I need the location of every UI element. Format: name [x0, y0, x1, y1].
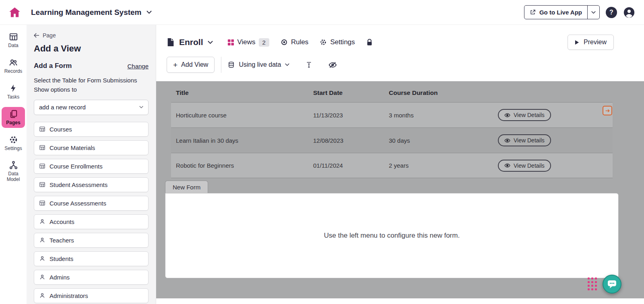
add-view-button[interactable]: + Add View	[167, 57, 215, 73]
app-switcher[interactable]: Learning Management System	[31, 8, 152, 17]
home-button[interactable]	[9, 7, 21, 18]
table-option-accounts[interactable]: Accounts	[34, 214, 149, 229]
builder-nav-rail: Data Records Tasks Pages Settings Data M…	[0, 25, 27, 304]
page-toolbar: Enroll Views 2 Rules Settings	[156, 25, 644, 81]
sidebar-item-records[interactable]: Records	[2, 55, 25, 76]
helper-line-2: Show options to	[34, 85, 149, 94]
page-name: Enroll	[179, 37, 203, 47]
toolbar-divider	[221, 57, 221, 73]
change-link[interactable]: Change	[127, 63, 149, 70]
tab-views[interactable]: Views 2	[227, 38, 269, 47]
go-to-live-app-button[interactable]: Go to Live App	[524, 5, 600, 19]
table-option-label: Accounts	[50, 218, 74, 225]
add-view-sidebar: Page Add a View Add a Form Change Select…	[27, 25, 156, 304]
plus-icon: +	[173, 61, 178, 69]
back-arrow-icon	[34, 33, 39, 38]
table-option-administrators[interactable]: Administrators	[34, 288, 149, 303]
tab-rules[interactable]: Rules	[281, 38, 308, 46]
cell-start-date: 12/08/2023	[313, 137, 389, 144]
table-option-label: Course Assessments	[50, 200, 106, 207]
help-button[interactable]: ?	[606, 7, 617, 18]
text-cursor-tool[interactable]	[305, 61, 312, 69]
caret-down-icon	[139, 106, 143, 109]
rail-label: Settings	[4, 146, 22, 152]
cell-duration: 2 years	[389, 162, 498, 169]
view-details-label: View Details	[514, 112, 545, 118]
back-to-page-link[interactable]: Page	[34, 32, 149, 39]
record-option-value: add a new record	[39, 104, 86, 111]
sidebar-item-settings[interactable]: Settings	[2, 133, 25, 154]
table-option-course-materials[interactable]: Course Materials	[34, 140, 149, 155]
caret-down-icon	[591, 11, 596, 14]
live-data-icon	[228, 61, 235, 68]
table-option-course-enrollments[interactable]: Course Enrollments	[34, 159, 149, 174]
table-row[interactable]: Robotic for Beginners 01/11/2024 2 years…	[171, 153, 613, 178]
rules-icon	[281, 39, 288, 46]
settings-gear-icon	[320, 39, 327, 46]
open-record-arrow[interactable]	[603, 106, 612, 115]
view-details-button[interactable]: View Details	[498, 160, 551, 172]
table-option-label: Courses	[50, 126, 72, 133]
table-row[interactable]: Learn Italian in 30 days 12/08/2023 30 d…	[171, 127, 613, 153]
table-option-label: Course Enrollments	[50, 163, 103, 170]
column-header-course-duration: Course Duration	[389, 89, 498, 97]
new-form-tab[interactable]: New Form	[165, 181, 208, 193]
user-avatar-icon	[623, 6, 635, 18]
preview-button[interactable]: Preview	[568, 35, 614, 50]
pages-icon	[9, 109, 18, 119]
app-title: Learning Management System	[31, 8, 142, 17]
table-icon	[39, 126, 45, 132]
person-icon	[39, 255, 45, 262]
table-option-students[interactable]: Students	[34, 251, 149, 266]
add-form-heading: Add a Form	[34, 62, 72, 70]
view-details-label: View Details	[514, 137, 545, 144]
courses-grid-view: Title Start Date Course Duration Horticu…	[171, 84, 613, 178]
view-details-button[interactable]: View Details	[498, 134, 551, 146]
page-chevron-icon[interactable]	[208, 41, 213, 44]
view-details-label: View Details	[514, 162, 545, 169]
chat-launcher-button[interactable]	[603, 275, 621, 294]
view-details-button[interactable]: View Details	[498, 109, 551, 121]
table-option-label: Teachers	[50, 237, 74, 244]
table-option-label: Course Materials	[50, 144, 95, 151]
live-app-dropdown-toggle[interactable]	[587, 6, 599, 19]
page-permissions-lock[interactable]	[366, 39, 373, 46]
table-option-courses[interactable]: Courses	[34, 122, 149, 137]
play-icon	[575, 40, 579, 45]
new-form-section: New Form Use the left menu to configure …	[165, 181, 619, 278]
tab-settings[interactable]: Settings	[320, 38, 355, 46]
rail-label: Records	[4, 69, 23, 74]
caret-down-icon	[285, 63, 289, 66]
table-option-teachers[interactable]: Teachers	[34, 233, 149, 248]
views-count-badge: 2	[259, 38, 269, 47]
using-live-data-label: Using live data	[239, 61, 281, 68]
record-option-select[interactable]: add a new record	[34, 100, 149, 115]
data-model-icon	[9, 160, 18, 170]
person-icon	[39, 237, 45, 243]
table-row[interactable]: Horticulture course 11/13/2023 3 months …	[171, 102, 613, 127]
sidebar-item-data-model[interactable]: Data Model	[2, 158, 25, 185]
table-option-student-assessments[interactable]: Student Assessments	[34, 177, 149, 192]
person-icon	[39, 218, 45, 225]
sidebar-item-tasks[interactable]: Tasks	[2, 81, 25, 102]
sidebar-item-data[interactable]: Data	[2, 30, 25, 51]
go-to-live-app-label: Go to Live App	[539, 9, 582, 16]
home-icon	[9, 7, 21, 18]
table-option-label: Student Assessments	[50, 181, 107, 188]
form-helper-text: Select the Table for Form Submissions Sh…	[34, 76, 149, 94]
new-form-message: Use the left menu to configure this new …	[324, 232, 460, 240]
top-header: Learning Management System Go to Live Ap…	[0, 0, 644, 25]
drag-dots-icon[interactable]	[588, 277, 597, 290]
grid-header-row: Title Start Date Course Duration	[171, 84, 613, 102]
user-avatar[interactable]	[623, 6, 635, 18]
visibility-toggle[interactable]	[328, 62, 337, 68]
table-option-course-assessments[interactable]: Course Assessments	[34, 196, 149, 211]
table-option-label: Administrators	[50, 292, 88, 299]
table-option-admins[interactable]: Admins	[34, 270, 149, 285]
help-icon: ?	[609, 9, 613, 16]
using-live-data-dropdown[interactable]: Using live data	[228, 61, 289, 68]
lock-icon	[366, 39, 373, 46]
table-option-label: Admins	[50, 274, 70, 281]
preview-label: Preview	[584, 39, 607, 46]
sidebar-item-pages[interactable]: Pages	[2, 107, 25, 128]
